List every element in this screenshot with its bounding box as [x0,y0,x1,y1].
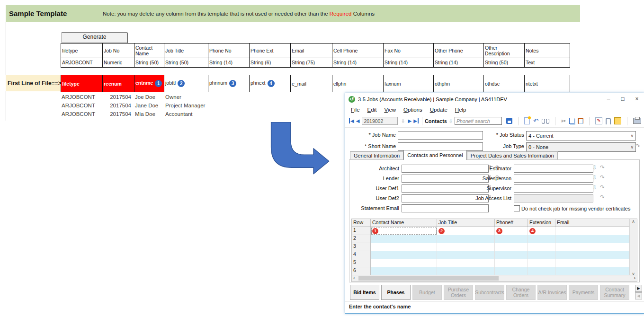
tab-contacts-and-personnel[interactable]: Contacts and Personnel [403,150,466,160]
grid-cell[interactable] [528,243,555,251]
nav-next-button[interactable]: ▶ [408,118,411,123]
undo-icon[interactable]: ↶ [533,118,538,124]
edit-note-icon[interactable]: ✎ [595,117,602,124]
grid-cell[interactable] [528,259,555,267]
nav-last-button[interactable]: ▶ [413,118,419,123]
menu-item-update[interactable]: Update [426,107,451,113]
job-type-select[interactable]: 0 - None ∨ [526,142,636,152]
horizontal-scrollbar[interactable]: ‹ › [352,275,637,281]
grid-col-job-title[interactable]: Job Title [437,219,495,227]
statement-email-field[interactable] [402,204,489,212]
grid-cell[interactable] [528,251,555,259]
print-icon[interactable] [633,118,641,124]
salesperson-field[interactable] [514,175,593,183]
menu-item-help[interactable]: Help [451,107,470,113]
close-button[interactable]: × [630,93,644,105]
phone-search-input[interactable] [455,117,502,125]
generate-button[interactable]: Generate [62,32,127,43]
paste-icon[interactable] [578,118,583,124]
scroll-right-icon[interactable]: › [634,275,635,281]
new-document-icon[interactable] [524,117,530,124]
grid-cell-contact-name[interactable]: 1 [371,227,437,235]
grid-col-phone[interactable]: Phone# [495,219,528,227]
cut-icon[interactable]: ✂ [561,118,566,124]
save-icon[interactable] [506,118,512,124]
grid-cell-phone[interactable]: 3 [495,227,528,235]
grid-cell[interactable] [437,267,495,275]
grid-cell[interactable] [495,251,528,259]
pager-next-button[interactable]: ▶ [635,285,642,292]
supervisor-field[interactable] [514,184,593,193]
paperclip-icon[interactable] [606,118,611,124]
grid-cell-extension[interactable]: 4 [528,227,555,235]
grid-cell[interactable] [437,251,495,259]
job-type-lookup-icon[interactable]: ↷ [635,143,640,149]
grid-cell[interactable] [371,251,437,259]
grid-cell-job-title[interactable]: 2 [437,227,495,235]
estimator-dropdown-icon[interactable]: ⇩ [592,164,597,171]
minimize-button[interactable]: – [601,93,616,105]
record-dropdown-icon[interactable]: ⇩ [401,118,405,124]
grid-cell[interactable] [555,259,631,267]
salesperson-lookup-icon[interactable]: ↷ [600,174,605,181]
tab-general-information[interactable]: General Information [350,151,403,160]
grid-cell[interactable] [437,259,495,267]
scroll-up-icon[interactable]: ∧ [632,219,635,224]
grid-cell[interactable] [555,235,631,243]
menu-item-edit[interactable]: Edit [364,107,381,113]
job-status-select[interactable]: 4 - Current ∨ [526,131,636,140]
grid-cell[interactable] [528,235,555,243]
sample-row: ARJOBCONT 2017504 Mia Doe Accountant [61,110,283,118]
step-badge-1: 1 [155,80,162,87]
bid-items-button[interactable]: Bid Items [350,285,379,300]
grid-cell[interactable] [371,267,437,275]
spec-type-cell: String (14) [384,58,434,68]
grid-cell-email[interactable] [555,227,631,235]
grid-col-email[interactable]: Email [555,219,631,227]
supervisor-lookup-icon[interactable]: ↷ [600,184,605,191]
grid-cell[interactable] [495,259,528,267]
window-titlebar[interactable]: ↺ 3-5 Jobs (Accounts Receivable) | Sampl… [345,93,644,105]
grid-col-extension[interactable]: Extension [528,219,555,227]
sample-contact: Jane Doe [134,101,164,110]
grid-col-contact-name[interactable]: Contact Name [371,219,437,227]
job-access-list-lookup-icon[interactable]: ↷ [600,194,605,201]
find-icon[interactable] [542,119,549,123]
maximize-button[interactable]: □ [616,93,630,105]
vendor-cert-checkbox[interactable] [514,205,520,211]
grid-cell[interactable] [371,259,437,267]
grid-cell[interactable] [371,235,437,243]
grid-cell[interactable] [528,267,555,275]
estimator-lookup-icon[interactable]: ↷ [600,164,605,171]
menu-item-view[interactable]: View [380,107,400,113]
grid-cell[interactable] [555,267,631,275]
nav-first-button[interactable]: ◀ [349,118,354,123]
grid-cell[interactable] [371,243,437,251]
nav-prev-button[interactable]: ◀ [356,118,360,123]
grid-cell[interactable] [555,243,631,251]
grid-cell[interactable] [555,251,631,259]
menu-item-file[interactable]: File [347,107,364,113]
menu-item-options[interactable]: Options [400,107,426,113]
record-number-input[interactable] [362,117,398,125]
chevron-down-icon: ∨ [630,133,634,138]
copy-icon[interactable] [569,118,574,124]
estimator-field[interactable] [514,165,593,173]
sticky-note-icon[interactable] [614,117,621,124]
vertical-scrollbar[interactable]: ∧ ∨ [629,219,637,276]
scrollbar-thumb[interactable] [358,276,499,281]
tab-project-dates-and-sales[interactable]: Project Dates and Sales Information [467,151,558,160]
grid-cell[interactable] [437,235,495,243]
contacts-dropdown-icon[interactable]: ⇩ [448,118,453,124]
grid-cell[interactable] [495,235,528,243]
grid-cell[interactable] [495,267,528,275]
scroll-left-icon[interactable]: ‹ [353,275,355,281]
phases-button[interactable]: Phases [381,285,411,300]
supervisor-dropdown-icon[interactable]: ⇩ [592,184,597,191]
job-name-field[interactable] [398,131,483,140]
salesperson-dropdown-icon[interactable]: ⇩ [592,174,597,181]
spec-header-cell: Fax No [384,44,434,58]
grid-cell[interactable] [495,243,528,251]
grid-cell[interactable] [437,243,495,251]
first-line-label: First Line of File==> [6,75,62,91]
